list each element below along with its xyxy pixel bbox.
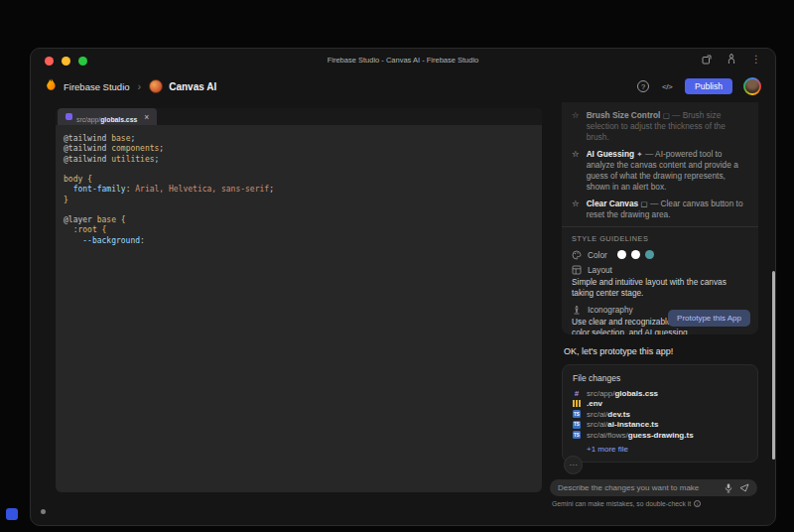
breadcrumb-brand[interactable]: Firebase Studio [64,81,130,92]
window-title: Firebase Studio - Canvas AI - Firebase S… [31,56,775,65]
file-changes-card: File changes # src/app/globals.css .env … [562,364,758,463]
ai-chat-panel: ☆ Brush Size Control ▢ — Brush size sele… [562,102,758,334]
tab-file-path: src/app/ [76,116,100,123]
section-divider [562,226,758,227]
help-icon[interactable]: ? [637,80,649,92]
feature-item: ☆ Clear Canvas ▢ — Clear canvas button t… [572,199,748,220]
prompt-input[interactable]: Describe the changes you want to make [550,479,757,496]
tab-file-name: globals.css [100,116,137,123]
prototype-app-button[interactable]: Prototype this App [668,310,750,327]
window-scrollbar[interactable] [772,271,775,460]
tab-close-icon[interactable]: × [144,113,149,121]
file-row[interactable]: .env [573,399,747,410]
breadcrumb-app-name[interactable]: Canvas AI [169,81,216,92]
iconography-label: Iconography [588,305,633,315]
css-file-icon [66,113,72,120]
firebase-logo-icon [45,77,58,95]
file-changes-title: File changes [573,373,747,383]
typescript-file-icon: TS [573,421,581,429]
code-editor-panel: src/app/globals.css × @tailwind base;@ta… [56,108,542,492]
app-window: Firebase Studio - Canvas AI - Firebase S… [30,48,776,526]
style-guidelines-heading: STYLE GUIDELINES [572,234,748,243]
layout-guideline-row: Layout [572,264,748,275]
palette-icon [572,250,582,260]
canvas-ai-app-icon [149,79,163,93]
titlebar: Firebase Studio - Canvas AI - Firebase S… [31,49,775,72]
star-icon: ☆ [572,199,580,220]
extension-icon[interactable] [702,55,712,65]
status-dot [41,509,46,514]
feature-text: Clear Canvas ▢ — Clear canvas button to … [587,199,748,220]
color-swatches [617,250,654,259]
microphone-icon[interactable] [718,483,732,493]
file-row[interactable]: TS src/ai/ai-instance.ts [573,420,747,431]
star-icon: ☆ [572,110,580,143]
editor-tabbar: src/app/globals.css × [56,108,542,125]
layout-description: Simple and intuitive layout with the can… [572,277,748,299]
app-header: Firebase Studio › Canvas AI ? </> Publis… [31,72,775,100]
code-content[interactable]: @tailwind base;@tailwind components;@tai… [56,125,542,246]
code-view-icon[interactable]: </> [662,82,672,91]
assistant-message: OK, let's prototype this app! [564,346,758,356]
color-guideline-row: Color [572,249,748,260]
assistant-robot-icon[interactable] [727,54,736,65]
breadcrumb-chevron-icon: › [138,80,142,92]
square-icon: ▢ [641,200,648,208]
publish-button[interactable]: Publish [685,78,732,94]
color-swatch[interactable] [617,250,626,259]
color-swatch[interactable] [631,250,640,259]
dock-icon[interactable] [6,508,18,520]
disclaimer: Gemini can make mistakes, so double-chec… [552,500,759,507]
send-icon[interactable] [732,483,749,492]
feature-item: ☆ Brush Size Control ▢ — Brush size sele… [572,110,748,143]
more-options-icon[interactable]: ⋯ [564,456,583,474]
user-avatar[interactable] [743,77,761,95]
typescript-file-icon: TS [573,410,581,418]
feature-item: ☆ AI Guessing ✦ — AI-powered tool to ana… [572,149,748,193]
file-row[interactable]: TS src/ai/dev.ts [573,409,747,420]
prompt-placeholder: Describe the changes you want to make [558,483,718,492]
typescript-file-icon: TS [573,431,581,439]
env-file-icon [573,400,581,407]
sparkle-icon: ✦ [636,150,642,159]
color-label: Color [588,250,607,260]
css-file-icon: # [573,389,581,397]
star-icon: ☆ [572,149,580,193]
file-row[interactable]: # src/app/globals.css [573,388,747,399]
kebab-menu-icon[interactable]: ⋮ [751,55,761,65]
tab-globals-css[interactable]: src/app/globals.css × [58,108,157,125]
color-swatch[interactable] [645,250,654,259]
file-row[interactable]: TS src/ai/flows/guess-drawing.ts [573,430,747,441]
iconography-icon [572,305,582,315]
avatar-image [745,79,759,93]
info-icon[interactable]: i [694,500,701,507]
feature-text: Brush Size Control ▢ — Brush size select… [587,110,748,143]
layout-label: Layout [588,265,612,275]
features-card: ☆ Brush Size Control ▢ — Brush size sele… [562,102,758,334]
feature-text: AI Guessing ✦ — AI-powered tool to analy… [587,149,748,193]
square-icon: ▢ [663,111,670,120]
more-files-link[interactable]: +1 more file [587,445,747,454]
layout-icon [572,265,582,275]
